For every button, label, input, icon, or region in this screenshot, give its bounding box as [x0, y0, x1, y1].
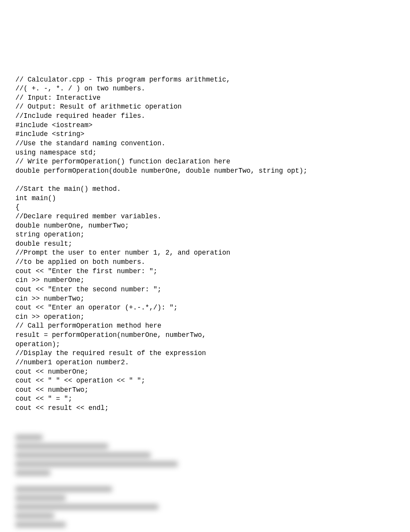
blurred-line [15, 461, 178, 467]
blurred-region [15, 435, 410, 532]
blurred-line [15, 435, 42, 440]
blurred-line [15, 444, 108, 449]
blurred-line [15, 522, 66, 527]
blurred-line [15, 486, 112, 492]
blurred-line [15, 513, 54, 518]
blurred-line [15, 470, 50, 476]
blurred-line [15, 504, 158, 510]
blurred-line [15, 452, 151, 458]
code-content: // Calculator.cpp - This program perform… [15, 75, 410, 413]
blurred-line [15, 495, 66, 501]
